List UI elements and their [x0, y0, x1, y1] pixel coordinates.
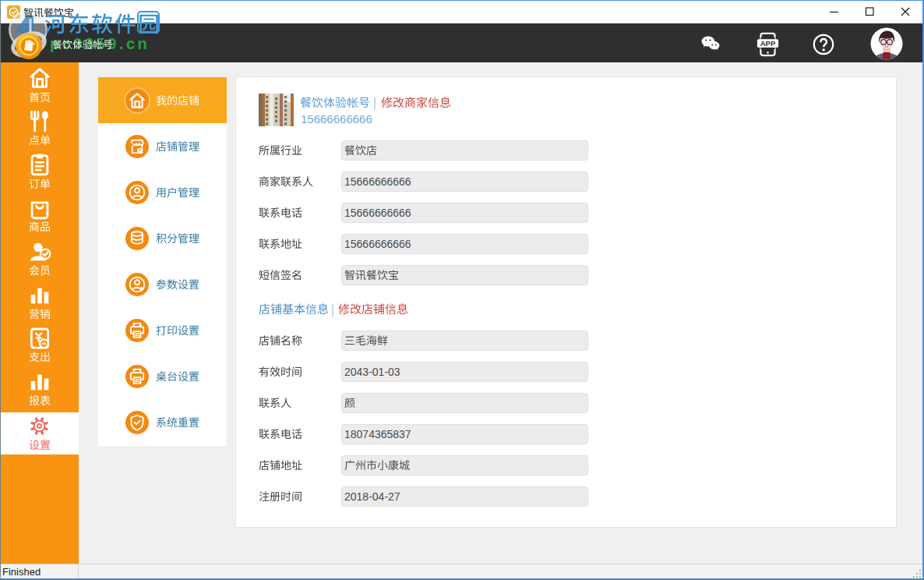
svg-text:APP: APP: [760, 39, 776, 48]
